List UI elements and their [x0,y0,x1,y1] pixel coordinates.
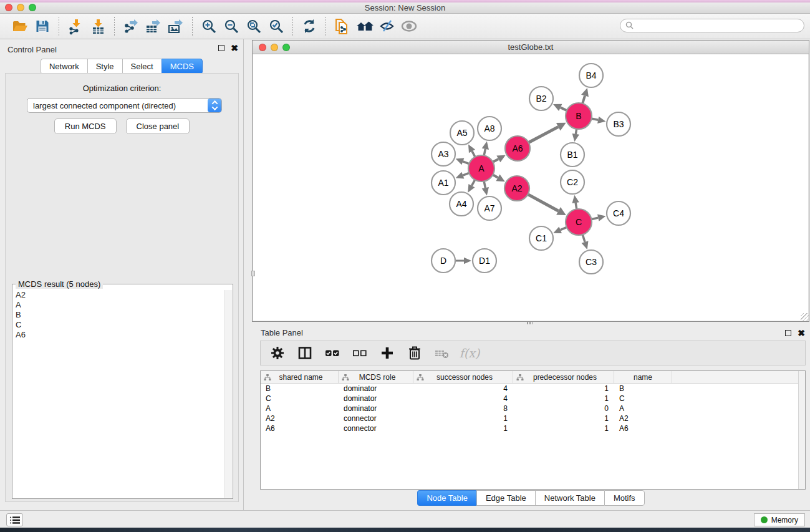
select-all-icon[interactable] [324,342,341,364]
delete-table-icon[interactable] [433,342,451,364]
run-mcds-button[interactable]: Run MCDS [54,118,117,134]
tab-network-table[interactable]: Network Table [535,490,604,506]
search-input[interactable] [635,21,804,30]
tab-style[interactable]: Style [87,59,122,74]
table-row[interactable]: Adominator80A [261,404,805,414]
tab-node-table[interactable]: Node Table [417,490,476,506]
zoom-fit-icon[interactable] [243,16,265,37]
tab-mcds[interactable]: MCDS [162,59,203,74]
close-panel-button[interactable]: Close panel [126,118,190,134]
column-header-predecessor-nodes[interactable]: predecessor nodes [513,371,614,383]
result-item[interactable]: A [16,300,224,310]
export-network-icon[interactable] [120,16,142,37]
window-edge-grip[interactable] [251,271,255,276]
close-panel-icon[interactable]: ✖ [231,45,238,51]
table-row[interactable]: Cdominator41C [261,394,805,404]
edge-A6-B[interactable] [528,127,558,143]
graph-node-A2[interactable]: A2 [504,176,529,201]
close-table-panel-icon[interactable]: ✖ [798,330,805,336]
graph-node-B3[interactable]: B3 [607,112,630,136]
float-table-panel-icon[interactable] [785,330,791,336]
graph-node-C1[interactable]: C1 [529,226,553,250]
graph-node-A3[interactable]: A3 [432,142,455,166]
result-item[interactable]: C [16,320,224,330]
status-bar: Memory [0,510,810,528]
table-row[interactable]: A2connector11A2 [261,414,805,423]
session-title: Session: New Session [365,3,445,12]
graph-node-C2[interactable]: C2 [561,170,584,194]
table-row[interactable]: A6connector11A6 [261,423,805,433]
import-network-icon[interactable] [64,16,87,37]
graph-node-D[interactable]: D [432,249,455,273]
edge-A2-C[interactable] [527,194,559,211]
home-icon[interactable] [354,16,376,37]
graph-node-B1[interactable]: B1 [561,143,584,167]
result-item[interactable]: B [16,310,224,320]
graph-node-C[interactable]: C [566,209,592,235]
table-panel-title: Table Panel [261,328,303,337]
graph-node-C4[interactable]: C4 [607,201,630,225]
graph-node-C3[interactable]: C3 [579,250,603,274]
export-table-icon[interactable] [142,16,165,37]
resize-grip[interactable] [801,313,809,321]
graph-node-B4[interactable]: B4 [579,64,603,87]
table-row[interactable]: Bdominator41B [261,384,805,394]
network-window-titlebar[interactable]: testGlobe.txt [253,41,809,54]
search-field[interactable] [620,19,804,32]
save-icon[interactable] [31,16,54,37]
float-panel-icon[interactable] [218,45,224,51]
header-filler [672,371,805,383]
arrowhead-icon [482,187,489,195]
export-image-icon[interactable] [165,16,187,37]
column-header-shared-name[interactable]: shared name [261,371,339,383]
zoom-selected-icon[interactable] [265,16,287,37]
network-canvas[interactable]: AA6A2BCA5A8A3A1A4A7B2B4B3B1C2C4C1C3DD1 [253,54,808,321]
task-history-button[interactable] [6,513,23,526]
column-header-successor-nodes[interactable]: successor nodes [413,371,513,383]
svg-text:B: B [576,111,581,121]
settings-gear-icon[interactable] [269,342,286,364]
zoom-window-button[interactable] [29,4,36,11]
delete-column-icon[interactable] [406,342,423,364]
deselect-all-icon[interactable] [351,342,369,364]
close-window-button[interactable] [5,4,12,11]
tab-motifs[interactable]: Motifs [604,490,645,506]
minimize-window-button[interactable] [17,4,24,11]
optimization-select[interactable]: largest connected component (directed) [27,98,222,113]
table-scrollbar[interactable] [798,371,805,489]
column-header-name[interactable]: name [614,371,672,383]
result-scrollbar[interactable] [224,290,232,498]
graph-node-A5[interactable]: A5 [450,121,474,145]
tab-edge-table[interactable]: Edge Table [476,490,535,506]
zoom-out-icon[interactable] [220,16,243,37]
graph-node-A8[interactable]: A8 [478,117,501,140]
column-header-MCDS-role[interactable]: MCDS role [339,371,413,383]
refresh-icon[interactable] [298,16,321,37]
network-file-icon[interactable] [331,16,354,37]
result-item[interactable]: A6 [16,330,224,340]
hide-details-icon[interactable] [376,16,398,37]
network-zoom-button[interactable] [282,44,290,51]
graph-node-A1[interactable]: A1 [432,171,455,195]
result-item[interactable]: A2 [16,290,224,300]
graph-node-A7[interactable]: A7 [478,196,501,220]
add-column-icon[interactable] [378,342,396,364]
graph-node-A[interactable]: A [468,155,494,181]
network-close-button[interactable] [259,44,266,51]
graph-node-B2[interactable]: B2 [529,87,553,110]
graph-node-A4[interactable]: A4 [450,192,473,216]
network-minimize-button[interactable] [271,44,278,51]
zoom-in-icon[interactable] [198,16,220,37]
show-details-icon[interactable] [398,16,421,37]
graph-node-D1[interactable]: D1 [473,249,496,273]
memory-button[interactable]: Memory [754,513,805,526]
graph-node-A6[interactable]: A6 [505,136,530,161]
mcds-result-list[interactable]: A2ABCA6 [14,290,224,497]
graph-node-B[interactable]: B [566,103,592,129]
open-icon[interactable] [9,16,31,37]
tab-network[interactable]: Network [41,59,87,74]
split-columns-icon[interactable] [296,342,314,364]
import-table-icon[interactable] [87,16,109,37]
tab-select[interactable]: Select [122,59,162,74]
function-builder-icon[interactable]: f(x) [461,342,478,364]
